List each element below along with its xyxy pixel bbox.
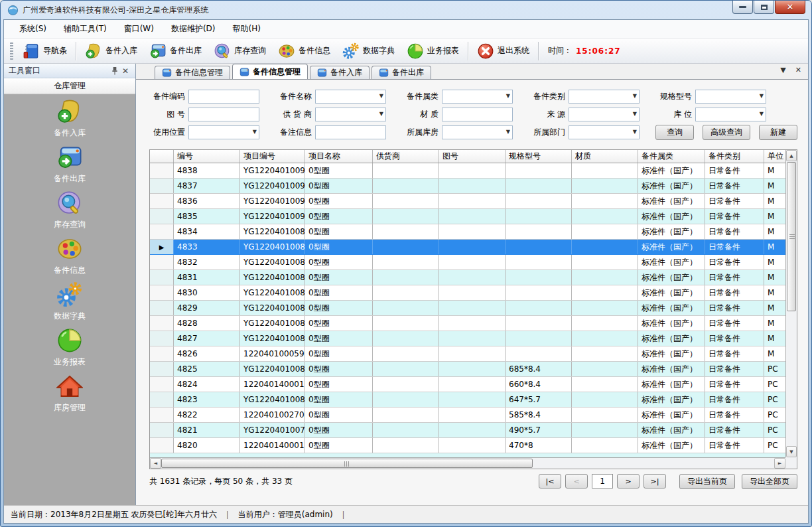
bin-location-combo[interactable]: ▼ <box>695 108 766 121</box>
toolbar-grip[interactable] <box>10 42 13 60</box>
table-row[interactable]: 482012204014000130型圈470*8标准件（国产）日常备件PC <box>150 438 785 453</box>
table-cell <box>373 362 439 376</box>
source-combo[interactable]: ▼ <box>569 108 640 121</box>
table-row[interactable]: 4831YG122040100860型圈标准件（国产）日常备件M <box>150 270 785 285</box>
table-row[interactable]: 4837YG122040100920型圈标准件（国产）日常备件M <box>150 179 785 194</box>
close-button[interactable]: ✕ <box>775 1 805 14</box>
horizontal-scroll-thumb[interactable] <box>161 459 533 468</box>
tab-close-icon[interactable]: ✕ <box>795 66 801 74</box>
menu-tools[interactable]: 辅助工具(T) <box>55 20 115 38</box>
tab-spare-in[interactable]: 备件入库 <box>310 66 370 79</box>
table-row[interactable]: 4830YG122040100850型圈标准件（国产）日常备件M <box>150 285 785 301</box>
supplier-combo[interactable]: ▼ <box>315 108 386 121</box>
menu-window[interactable]: 窗口(W) <box>115 20 163 38</box>
table-row[interactable]: 482612204010005990型圈标准件（国产）日常备件M <box>150 346 785 362</box>
grid-column-header[interactable]: 备件类别 <box>705 150 764 163</box>
part-class-combo[interactable]: ▼ <box>569 90 640 104</box>
maximize-button[interactable] <box>754 1 774 14</box>
warehouse-combo[interactable]: ▼ <box>442 125 513 139</box>
table-cell: PC <box>764 362 785 376</box>
sidebar-item-data-dict[interactable]: 数据字典 <box>17 281 123 327</box>
sidebar-item-report[interactable]: 业务报表 <box>17 327 123 373</box>
toolbar-spare-in-button[interactable]: 备件入库 <box>79 40 143 62</box>
pin-icon[interactable] <box>109 66 120 76</box>
tab-spare-info-mgmt-1[interactable]: 备件信息管理 <box>155 66 230 79</box>
tab-list-dropdown-icon[interactable]: ▼ <box>780 66 785 74</box>
first-page-button[interactable]: |< <box>539 474 561 489</box>
table-row[interactable]: 482212204010027000型圈585*8.4标准件（国产）日常备件PC <box>150 408 785 423</box>
grid-column-header[interactable]: 图号 <box>439 150 506 163</box>
tab-page-panel: 备件编码 备件名称▼ 备件属类▼ 备件类别▼ 规格型号▼ 图 号 供 货 商▼ … <box>136 79 808 505</box>
menu-system[interactable]: 系统(S) <box>11 20 55 38</box>
advanced-query-button[interactable]: 高级查询 <box>703 125 750 140</box>
toolbar-spare-info-button[interactable]: 备件信息 <box>272 40 336 62</box>
table-row[interactable]: 4835YG122040100900型圈标准件（国产）日常备件M <box>150 209 785 224</box>
scroll-track[interactable] <box>533 458 774 469</box>
page-number-input[interactable] <box>592 474 613 489</box>
table-row[interactable]: 4834YG122040100890型圈标准件（国产）日常备件M <box>150 224 785 240</box>
scroll-right-icon[interactable]: ► <box>774 458 785 469</box>
grid-selector-header[interactable] <box>150 150 174 163</box>
grid-column-header[interactable]: 材质 <box>572 150 638 163</box>
grid-column-header[interactable]: 单位 <box>764 150 785 163</box>
last-page-button[interactable]: >| <box>643 474 666 489</box>
table-row[interactable]: 4825YG122040100810型圈685*8.4标准件（国产）日常备件PC <box>150 362 785 377</box>
grid-column-header[interactable]: 备件属类 <box>638 150 705 163</box>
sidebar-item-inventory-query[interactable]: 库存查询 <box>17 190 123 236</box>
toolbar-exit-button[interactable]: 退出系统 <box>471 40 535 62</box>
query-button[interactable]: 查询 <box>655 125 694 140</box>
table-row[interactable]: 4836YG122040100910型圈标准件（国产）日常备件M <box>150 194 785 209</box>
table-row[interactable]: 482412204014000120型圈660*8.4标准件（国产）日常备件PC <box>150 377 785 392</box>
sidebar-item-spare-out[interactable]: 备件出库 <box>17 144 123 190</box>
table-row[interactable]: 4832YG122040100870型圈标准件（国产）日常备件M <box>150 255 785 270</box>
toolbar-report-button[interactable]: 业务报表 <box>401 40 465 62</box>
toolbar-data-dict-button[interactable]: 数据字典 <box>336 40 401 62</box>
spec-model-combo[interactable]: ▼ <box>695 90 766 104</box>
tab-spare-info-mgmt-2[interactable]: 备件信息管理 <box>232 64 308 79</box>
table-row[interactable]: 4838YG122040100930型圈标准件（国产）日常备件M <box>150 163 785 179</box>
grid-column-header[interactable]: 项目名称 <box>305 150 373 163</box>
scroll-up-icon[interactable]: ▲ <box>786 150 797 161</box>
grid-column-header[interactable]: 项目编号 <box>240 150 305 163</box>
usage-position-combo[interactable]: ▼ <box>188 125 259 139</box>
minimize-button[interactable] <box>732 1 753 14</box>
tab-spare-out[interactable]: 备件出库 <box>372 66 431 79</box>
toolbar-navigator-button[interactable]: 导航条 <box>17 40 73 62</box>
material-input[interactable] <box>442 108 513 121</box>
drawing-no-input[interactable] <box>188 108 259 121</box>
panel-close-icon[interactable]: ✕ <box>120 66 131 76</box>
sidebar-item-spare-in[interactable]: 备件入库 <box>17 98 123 144</box>
prev-page-button[interactable]: < <box>565 474 588 489</box>
warehouse-group-header[interactable]: 仓库管理 <box>4 78 135 94</box>
table-row[interactable]: ▶4833YG122040100880型圈标准件（国产）日常备件M <box>150 240 785 255</box>
menu-help[interactable]: 帮助(H) <box>224 20 269 38</box>
record-summary: 共 1631 条记录，每页 50 条，共 33 页 <box>149 476 293 487</box>
grid-column-header[interactable]: 供货商 <box>373 150 439 163</box>
grid-column-header[interactable]: 规格型号 <box>506 150 572 163</box>
next-page-button[interactable]: > <box>617 474 640 489</box>
sidebar-item-spare-info[interactable]: 备件信息 <box>17 236 123 281</box>
export-current-page-button[interactable]: 导出当前页 <box>679 474 735 489</box>
scroll-left-icon[interactable]: ◄ <box>150 458 161 469</box>
part-name-combo[interactable]: ▼ <box>315 90 386 104</box>
table-row[interactable]: 4823YG122040100800型圈647*5.7标准件（国产）日常备件PC <box>150 392 785 408</box>
table-row[interactable]: 4827YG122040100820型圈标准件（国产）日常备件M <box>150 331 785 346</box>
menu-data-maintenance[interactable]: 数据维护(D) <box>163 20 224 38</box>
export-all-pages-button[interactable]: 导出全部页 <box>742 474 797 489</box>
department-combo[interactable]: ▼ <box>569 125 640 139</box>
toolbar-inventory-query-button[interactable]: 库存查询 <box>208 40 272 62</box>
table-row[interactable]: 4821YG122040100790型圈490*5.7标准件（国产）日常备件PC <box>150 423 785 438</box>
toolbar-spare-out-button[interactable]: 备件出库 <box>143 40 208 62</box>
part-category-combo[interactable]: ▼ <box>442 90 513 104</box>
vertical-scroll-thumb[interactable] <box>787 162 796 311</box>
table-row[interactable]: 4828YG122040100830型圈标准件（国产）日常备件M <box>150 316 785 331</box>
part-code-input[interactable] <box>188 90 259 104</box>
table-row[interactable]: 4829YG122040100840型圈标准件（国产）日常备件M <box>150 301 785 316</box>
grid-column-header[interactable]: 编号 <box>174 150 240 163</box>
scroll-down-icon[interactable]: ▼ <box>786 446 797 457</box>
vertical-scrollbar[interactable]: ▲ ▼ <box>785 150 797 457</box>
horizontal-scrollbar[interactable]: ◄ ► <box>150 457 785 469</box>
sidebar-item-warehouse-mgmt[interactable]: 库房管理 <box>17 373 123 419</box>
remark-input[interactable] <box>315 125 386 139</box>
new-button[interactable]: 新建 <box>759 125 797 140</box>
